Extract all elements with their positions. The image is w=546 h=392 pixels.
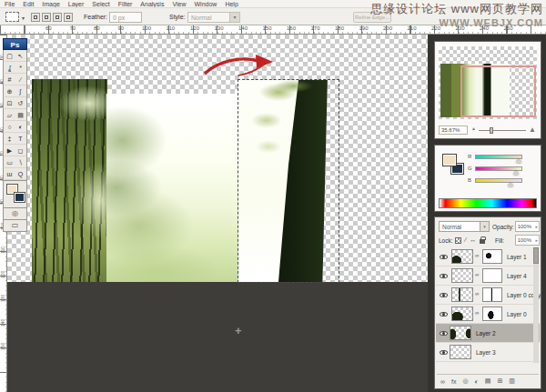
- magic-wand-tool[interactable]: *: [15, 62, 26, 74]
- menu-item-image[interactable]: Image: [42, 0, 59, 7]
- delete-layer-icon[interactable]: ▥: [509, 377, 515, 385]
- layer-style-icon[interactable]: fx: [451, 378, 456, 385]
- tool-preset-icon[interactable]: [5, 12, 19, 22]
- layer-thumbnail[interactable]: [451, 249, 473, 264]
- clone-stamp-tool[interactable]: ⊡: [5, 97, 15, 109]
- layer-row[interactable]: ∞ Layer 0 copy: [436, 286, 540, 305]
- color-panel-foreground-swatch[interactable]: [442, 154, 457, 166]
- layers-scrollbar[interactable]: [533, 247, 539, 363]
- blue-slider[interactable]: [475, 178, 522, 183]
- fill-input[interactable]: 100%▸: [515, 235, 540, 246]
- layer-name[interactable]: Layer 1: [507, 254, 527, 260]
- menu-item-view[interactable]: View: [172, 0, 186, 7]
- type-tool[interactable]: T: [15, 133, 26, 145]
- blend-mode-dropdown-icon[interactable]: ▾: [480, 222, 489, 231]
- rectangular-marquee-tool[interactable]: ▢: [5, 50, 15, 62]
- visibility-eye-icon[interactable]: [440, 274, 448, 278]
- lock-pixels-icon[interactable]: ∕: [465, 236, 466, 245]
- visibility-eye-icon[interactable]: [440, 312, 448, 317]
- menu-item-layer[interactable]: Layer: [68, 0, 85, 7]
- navigator-zoom-slider-thumb[interactable]: [490, 127, 493, 134]
- quick-mask-button[interactable]: ◎: [3, 208, 27, 220]
- zoom-out-mountain-icon[interactable]: ▲: [471, 126, 476, 131]
- background-color-swatch[interactable]: [14, 192, 25, 203]
- visibility-eye-icon[interactable]: [440, 293, 448, 297]
- menu-item-select[interactable]: Select: [92, 0, 109, 7]
- feather-input[interactable]: 0 px: [109, 12, 142, 23]
- layers-scrollbar-thumb[interactable]: [533, 247, 539, 264]
- red-slider-thumb[interactable]: [516, 159, 521, 163]
- subtract-from-selection-button[interactable]: [53, 13, 62, 22]
- eraser-tool[interactable]: ▱: [5, 109, 15, 121]
- menu-item-window[interactable]: Window: [194, 0, 217, 7]
- visibility-eye-icon[interactable]: [440, 350, 448, 355]
- zoom-in-mountain-icon[interactable]: ▲: [529, 126, 536, 134]
- notes-tool[interactable]: ▭: [5, 156, 15, 168]
- layer-row[interactable]: ∞ Layer 1: [436, 247, 540, 266]
- color-spectrum-ramp[interactable]: [439, 198, 537, 208]
- layer-row[interactable]: Layer 3: [436, 343, 540, 362]
- canvas-area[interactable]: +: [7, 35, 428, 282]
- navigator-zoom-slider[interactable]: [479, 130, 526, 131]
- layer-mask-thumbnail[interactable]: [482, 307, 502, 321]
- layer-thumbnail[interactable]: [451, 307, 473, 321]
- brush-tool[interactable]: ∫: [15, 85, 26, 97]
- healing-brush-tool[interactable]: ⊕: [5, 85, 15, 97]
- visibility-eye-icon[interactable]: [440, 255, 448, 259]
- menu-item-edit[interactable]: Edit: [23, 0, 34, 7]
- crop-tool[interactable]: #: [5, 74, 15, 85]
- layer-row-selected[interactable]: Layer 2: [436, 324, 540, 343]
- green-slider-thumb[interactable]: [513, 171, 519, 175]
- slice-tool[interactable]: ∕: [15, 74, 26, 85]
- lock-position-icon[interactable]: ↔: [470, 236, 476, 245]
- menu-item-filter[interactable]: Filter: [118, 0, 133, 7]
- layer-name[interactable]: Layer 0: [507, 311, 527, 317]
- eyedropper-tool[interactable]: ∖: [15, 156, 26, 168]
- layer-thumbnail[interactable]: [451, 268, 473, 283]
- layer-name[interactable]: Layer 2: [476, 330, 496, 337]
- gradient-tool[interactable]: ▤: [15, 109, 26, 121]
- dodge-tool[interactable]: ◐: [15, 121, 26, 133]
- new-selection-button[interactable]: [31, 13, 40, 22]
- layer-mask-thumbnail[interactable]: [482, 249, 502, 264]
- style-select[interactable]: Normal▾: [187, 12, 240, 23]
- path-selection-tool[interactable]: ▶: [5, 145, 15, 156]
- layer-mask-thumbnail[interactable]: [482, 268, 502, 283]
- layer-mask-thumbnail[interactable]: [482, 287, 502, 302]
- adjustment-layer-icon[interactable]: ◐: [475, 378, 479, 385]
- intersect-selection-button[interactable]: [64, 13, 73, 22]
- menu-item-analysis[interactable]: Analysis: [140, 0, 164, 7]
- zoom-tool[interactable]: Q: [15, 168, 26, 180]
- layer-thumbnail[interactable]: [450, 345, 471, 359]
- move-tool[interactable]: ↖: [15, 50, 26, 62]
- blur-tool[interactable]: ○: [5, 121, 15, 133]
- new-group-icon[interactable]: ▤: [485, 377, 491, 385]
- new-layer-icon[interactable]: ⊞: [497, 377, 502, 385]
- blend-mode-select[interactable]: Normal▾: [439, 221, 490, 232]
- layer-name[interactable]: Layer 4: [507, 273, 527, 279]
- layer-thumbnail[interactable]: [450, 326, 471, 340]
- lock-all-icon[interactable]: [480, 239, 485, 244]
- style-dropdown-icon[interactable]: ▾: [229, 13, 239, 22]
- visibility-eye-icon[interactable]: [440, 331, 448, 336]
- screen-mode-button[interactable]: ▭: [3, 220, 27, 232]
- navigator-zoom-input[interactable]: 35.67%: [439, 126, 468, 135]
- layer-thumbnail[interactable]: [451, 287, 473, 302]
- menu-item-help[interactable]: Help: [225, 0, 238, 7]
- menu-item-file[interactable]: File: [5, 0, 15, 7]
- add-layer-mask-icon[interactable]: ◎: [462, 377, 468, 385]
- selection-marquee[interactable]: [238, 80, 339, 282]
- layer-row[interactable]: ∞ Layer 4: [436, 266, 540, 286]
- navigator-thumbnail[interactable]: [439, 46, 537, 119]
- layer-row[interactable]: ∞ Layer 0: [436, 305, 540, 324]
- history-brush-tool[interactable]: ↺: [15, 97, 26, 109]
- pen-tool[interactable]: ‡: [5, 133, 15, 145]
- lasso-tool[interactable]: ʆ: [5, 62, 15, 74]
- opacity-input[interactable]: 100%▸: [515, 221, 540, 232]
- shape-tool[interactable]: ◻: [15, 145, 26, 156]
- add-to-selection-button[interactable]: [42, 13, 51, 22]
- navigator-view-box[interactable]: [460, 65, 536, 118]
- link-layers-icon[interactable]: ∞: [440, 378, 445, 385]
- blue-slider-thumb[interactable]: [508, 183, 513, 186]
- tool-preset-dropdown-icon[interactable]: ▾: [22, 15, 25, 21]
